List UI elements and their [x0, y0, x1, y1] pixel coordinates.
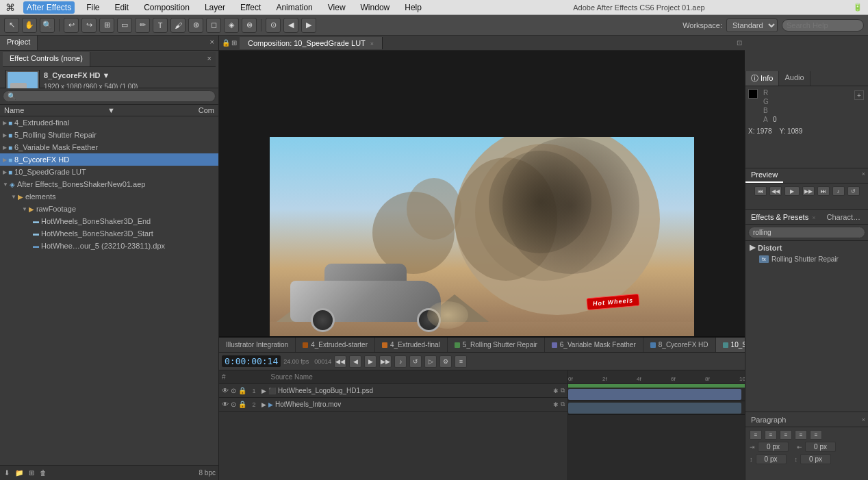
tool-clone[interactable]: ⊕ [188, 18, 203, 33]
tab-5rolling[interactable]: 5_Rolling Shutter Repair [448, 338, 545, 352]
new-folder-icon[interactable]: 📁 [14, 468, 25, 478]
tl-layer-2[interactable]: 👁 ⊙ 🔒 2 ▶ ▶ HotWheels_Intro.mov ✱ ⧉ [219, 398, 567, 412]
preview-loop[interactable]: ↺ [847, 186, 860, 196]
panel-close-btn[interactable]: × [206, 36, 218, 50]
tree-item-6variable[interactable]: ▶ ■ 6_Variable Mask Feather [0, 141, 218, 153]
effects-item-rolling-shutter[interactable]: fx Rolling Shutter Repair [745, 254, 868, 264]
tl-lock-1[interactable]: 🔒 [238, 387, 246, 394]
tab-6variable[interactable]: 6_Variable Mask Feather [545, 338, 643, 352]
tool-next-frame[interactable]: ▶ [301, 18, 316, 33]
tl-expand-1[interactable]: ▶ [261, 388, 266, 394]
tab-4extruded-final[interactable]: 4_Extruded-final [375, 338, 448, 352]
tree-item-hotwheels-dpx[interactable]: ▬ HotWhee…our_5 (23210-23811).dpx [0, 240, 218, 252]
tool-3d[interactable]: ⊙ [266, 18, 281, 33]
tl-shy-2[interactable]: ✱ [553, 401, 559, 408]
preview-close[interactable]: × [859, 168, 868, 183]
viewer-grid-icon[interactable]: ⊞ [231, 39, 237, 47]
apple-menu[interactable]: ⌘ [5, 2, 15, 13]
para-align-right[interactable]: ≡ [780, 430, 792, 440]
col-sort-btn[interactable]: ▼ [107, 106, 115, 114]
tab-project[interactable]: Project [0, 36, 38, 50]
tl-prev-keyframe[interactable]: ◀◀ [334, 355, 346, 368]
tool-shape-rect[interactable]: ▭ [117, 18, 132, 33]
tl-eye-1[interactable]: 👁 [222, 387, 229, 394]
tab-character[interactable]: Charact… [821, 211, 867, 223]
tl-loop[interactable]: ↺ [409, 355, 422, 368]
track-bar-1[interactable] [568, 389, 741, 400]
para-close[interactable]: × [859, 414, 868, 425]
menu-file[interactable]: File [83, 1, 103, 14]
tab-effect-controls[interactable]: Effect Controls (none) [3, 52, 90, 66]
tree-item-rawfootage[interactable]: ▼ ▶ rawFootage [0, 203, 218, 215]
tool-snap[interactable]: ⊞ [99, 18, 114, 33]
tree-item-aep[interactable]: ▼ ◈ After Effects_BonesShakerNew01.aep [0, 178, 218, 190]
tool-text[interactable]: T [153, 18, 168, 33]
tab-info[interactable]: ⓘ Info [745, 71, 779, 86]
tl-prev-frame[interactable]: ◀ [349, 355, 361, 368]
menu-help[interactable]: Help [401, 1, 425, 14]
tab-4extruded-starter[interactable]: 4_Extruded-starter [296, 338, 375, 352]
para-space-before[interactable] [756, 454, 787, 464]
track-bar-2[interactable] [568, 403, 741, 414]
preview-forward[interactable]: ▶▶ [802, 186, 815, 196]
menu-view[interactable]: View [324, 1, 349, 14]
para-space-after[interactable] [800, 454, 831, 464]
menu-animation[interactable]: Animation [272, 1, 316, 14]
tab-10speedgrade[interactable]: 10_SpeedGrade LUT × [716, 338, 745, 352]
viewer-lock-icon[interactable]: 🔒 [222, 39, 230, 47]
tab-8cycoreFX[interactable]: 8_CycoreFX HD [643, 338, 716, 352]
tl-audio[interactable]: ♪ [394, 355, 407, 368]
menu-after-effects[interactable]: After Effects [23, 1, 75, 14]
tool-zoom[interactable]: 🔍 [40, 18, 55, 33]
preview-first[interactable]: ⏮ [754, 186, 767, 196]
new-comp-icon[interactable]: ⊞ [27, 468, 36, 478]
menu-edit[interactable]: Edit [111, 1, 132, 14]
tree-item-4extruded[interactable]: ▶ ■ 4_Extruded-final [0, 116, 218, 129]
tl-settings[interactable]: ⚙ [439, 355, 452, 368]
tl-layer-1[interactable]: 👁 ⊙ 🔒 1 ▶ ⬛ HotWheels_LogoBug_HD1.psd ✱ … [219, 384, 567, 398]
tree-item-elements[interactable]: ▼ ▶ elements [0, 190, 218, 203]
tree-item-hotwheels-start[interactable]: ▬ HotWheels_BoneShaker3D_Start [0, 227, 218, 240]
menu-layer[interactable]: Layer [201, 1, 229, 14]
tl-solo-1[interactable]: ⊙ [231, 387, 236, 394]
tree-item-hotwheels-end[interactable]: ▬ HotWheels_BoneShaker3D_End [0, 215, 218, 227]
tl-next-frame[interactable]: ▶ [364, 355, 376, 368]
search-help-input[interactable] [782, 19, 864, 31]
tool-brush[interactable]: 🖌 [170, 18, 186, 33]
tool-redo[interactable]: ↪ [81, 18, 97, 33]
workspace-select[interactable]: Standard [726, 18, 778, 32]
effects-tab-close[interactable]: × [812, 214, 815, 221]
menu-composition[interactable]: Composition [140, 1, 193, 14]
effects-category-distort[interactable]: ▶ Distort [745, 241, 868, 254]
tree-item-5rolling[interactable]: ▶ ■ 5_Rolling Shutter Repair [0, 129, 218, 141]
tab-effects-presets[interactable]: Effects & Presets × [745, 211, 821, 223]
para-align-center[interactable]: ≡ [765, 430, 777, 440]
tree-item-8cycoreFX[interactable]: ▶ ■ 8_CycoreFX HD [0, 153, 218, 166]
para-align-left[interactable]: ≡ [750, 430, 762, 440]
tl-ram-preview[interactable]: ▷ [424, 355, 437, 368]
tl-expand-2[interactable]: ▶ [261, 401, 266, 408]
preview-rewind[interactable]: ◀◀ [769, 186, 782, 196]
comp-tab-close[interactable]: × [370, 40, 374, 47]
delete-icon[interactable]: 🗑 [38, 468, 48, 478]
preview-audio[interactable]: ♪ [832, 186, 845, 196]
timeline-timecode[interactable]: 0:00:00:14 [222, 355, 281, 367]
tab-illustrator[interactable]: Illustrator Integration [219, 338, 296, 352]
tl-lock-2[interactable]: 🔒 [238, 401, 246, 408]
tab-audio[interactable]: Audio [779, 71, 810, 86]
tool-pen[interactable]: ✏ [135, 18, 150, 33]
tl-next-keyframe[interactable]: ▶▶ [379, 355, 392, 368]
para-indent-left[interactable] [758, 442, 789, 452]
menu-window[interactable]: Window [357, 1, 394, 14]
tl-flow[interactable]: ≡ [455, 355, 467, 368]
project-search-input[interactable] [3, 90, 216, 102]
tl-solo2-2[interactable]: ⧉ [561, 401, 565, 408]
import-icon[interactable]: ⬇ [3, 468, 11, 478]
tool-prev-frame[interactable]: ◀ [283, 18, 298, 33]
tool-puppet[interactable]: ⊗ [242, 18, 257, 33]
tl-eye-2[interactable]: 👁 [222, 401, 229, 408]
tool-hand[interactable]: ✋ [22, 18, 37, 33]
preview-last[interactable]: ⏭ [817, 186, 830, 196]
tl-shy-1[interactable]: ✱ [553, 388, 559, 394]
tree-item-10speedgrade[interactable]: ▶ ■ 10_SpeedGrade LUT [0, 166, 218, 178]
